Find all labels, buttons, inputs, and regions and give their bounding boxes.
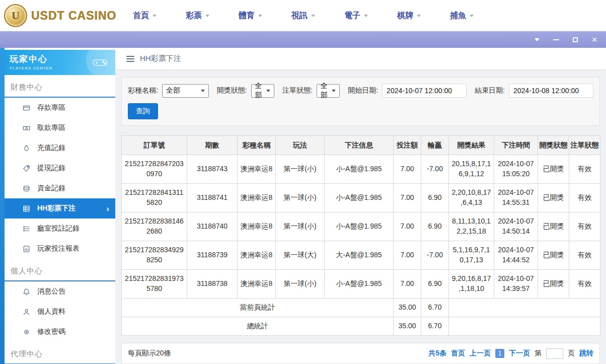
cell-order-status: 有效 (569, 155, 600, 184)
close-icon[interactable]: × (590, 35, 599, 44)
pagination-bar: 每頁顯示20條 共5条 首页 上一页 1 下一页 第 页 跳转 (121, 343, 600, 364)
app-body: 玩家中心 PLAYERS CENTER 財務中心 存款專區 取款專區 充值記錄 … (0, 48, 606, 364)
cell-bet-time: 2024-10-07 15:05:20 (494, 155, 538, 184)
jump-button[interactable]: 跳转 (579, 349, 593, 358)
sidebar-item-label: 玩家投注報表 (37, 244, 80, 253)
nav-item-fishing[interactable]: 捕魚 (450, 11, 474, 21)
maximize-icon[interactable] (571, 35, 580, 44)
table-row: 2152172828413115820 31188741 澳洲幸运8 第一球(小… (122, 184, 600, 212)
sidebar-item-hall-bet-records[interactable]: 廳室投註記錄 (5, 219, 115, 239)
nav-label: 視訊 (291, 11, 308, 21)
cell-draw-status: 已開獎 (538, 241, 569, 270)
brand-name: USDT CASINO (31, 9, 116, 23)
sidebar-item-label: 充值記錄 (37, 143, 65, 153)
sidebar-item-profile[interactable]: 個人資料 (5, 302, 115, 322)
cell-period: 31188740 (187, 212, 238, 241)
prev-page-link[interactable]: 上一页 (470, 349, 491, 358)
cell-bet-amount: 7.00 (394, 155, 421, 184)
content-area: 彩種名稱: 全部 開獎狀態: 全部 注單狀態: 全部 開始 (115, 69, 606, 364)
lottery-name-select[interactable]: 全部 (162, 84, 209, 98)
chevron-right-icon: › (106, 204, 109, 213)
start-date-input[interactable] (382, 84, 467, 98)
order-status-value: 全部 (321, 82, 328, 100)
nav-label: 體育 (239, 11, 255, 21)
cell-play-type: 第一球(小) (276, 270, 325, 299)
hamburger-icon[interactable] (126, 54, 134, 63)
sidebar-item-withdraw[interactable]: 取款專區 (5, 118, 115, 138)
cell-play-type: 第一球(小) (276, 212, 325, 241)
chevron-down-icon (332, 90, 336, 92)
sidebar-item-funds-records[interactable]: 資金記錄 (5, 178, 115, 198)
sidebar-item-label: 存款專區 (37, 103, 65, 112)
lottery-icon (23, 204, 31, 212)
cell-draw-result: 9,20,16,8,17,1,18,10 (449, 270, 494, 299)
draw-status-value: 全部 (255, 82, 262, 100)
gamepad-icon (91, 56, 109, 68)
cell-play-type: 第一球(小) (276, 184, 325, 212)
section-personal-title: 個人中心 (5, 259, 115, 281)
cell-order-no: 2152172828319735780 (122, 270, 187, 299)
jump-prefix-label: 第 (535, 349, 542, 358)
order-status-select[interactable]: 全部 (317, 84, 340, 98)
current-page[interactable]: 1 (495, 349, 504, 358)
brand-coin-icon: U (4, 4, 27, 27)
minimize-icon[interactable] (552, 35, 561, 44)
sidebar-item-recharge-records[interactable]: 充值記錄 (5, 138, 115, 158)
nav-item-live[interactable]: 視訊 (291, 11, 315, 21)
cell-order-no: 2152172828472030970 (122, 155, 187, 184)
page-total-label: 當前頁統計 (122, 299, 394, 317)
sidebar-item-deposit[interactable]: 存款專區 (5, 98, 115, 118)
page-total-amount: 35.00 (394, 299, 421, 317)
sidebar-item-player-bet-report[interactable]: 玩家投注報表 (5, 239, 115, 259)
nav-item-sports[interactable]: 體育 (239, 11, 262, 21)
table-row: 2152172828472030970 31188743 澳洲幸运8 第一球(小… (122, 155, 600, 184)
next-page-link[interactable]: 下一页 (509, 349, 530, 358)
cell-win-loss: 6.90 (421, 184, 449, 212)
sidebar-item-announcements[interactable]: 消息公告 (5, 281, 115, 302)
end-date-input[interactable] (509, 84, 593, 98)
collapse-chevron-icon[interactable] (533, 35, 542, 44)
nav-item-slots[interactable]: 電子 (344, 11, 368, 21)
jump-suffix-label: 页 (568, 349, 575, 358)
cell-order-no: 2152172828349298250 (122, 241, 187, 270)
cell-draw-result: 5,1,16,9,7,10,17,13 (449, 241, 494, 270)
sidebar-item-change-password[interactable]: 修改密碼 (5, 322, 115, 342)
nav-label: 首頁 (133, 11, 149, 21)
chevron-down-icon (201, 90, 205, 92)
cell-lottery-name: 澳洲幸运8 (238, 155, 276, 184)
chevron-down-icon (364, 15, 368, 17)
cell-lottery-name: 澳洲幸运8 (238, 184, 276, 212)
draw-status-select[interactable]: 全部 (251, 84, 274, 98)
nav-item-home[interactable]: 首頁 (133, 11, 157, 21)
search-button[interactable]: 查詢 (128, 103, 158, 119)
cell-bet-amount: 7.00 (394, 184, 421, 212)
hall-records-icon (23, 225, 31, 233)
first-page-link[interactable]: 首页 (451, 349, 465, 358)
sidebar-item-cashout-records[interactable]: 提現記錄 (5, 158, 115, 178)
sidebar-item-hh-lottery-bets[interactable]: HH彩票下注 › (5, 198, 115, 219)
nav-label: 彩票 (186, 11, 202, 21)
cell-bet-time: 2024-10-07 14:39:57 (494, 270, 538, 299)
bet-records-table: 訂單號 期數 彩種名稱 玩法 下注信息 投注額 輸贏 開獎結果 下注時間 開獎狀… (121, 135, 600, 336)
cell-order-status: 有效 (569, 184, 600, 212)
table-row: 2152172828349298250 31188739 澳洲幸运8 第一球(大… (122, 241, 600, 270)
end-date-label: 結束日期: (475, 86, 505, 95)
page-jump-input[interactable] (546, 348, 563, 359)
cell-win-loss: 6.90 (421, 270, 449, 299)
nav-item-cards[interactable]: 棋牌 (397, 11, 421, 21)
brand-logo[interactable]: U USDT CASINO (0, 4, 117, 27)
nav-item-lottery[interactable]: 彩票 (186, 11, 209, 21)
chevron-down-icon (311, 15, 315, 17)
total-count: 共5条 (428, 349, 446, 358)
player-center-header: 玩家中心 PLAYERS CENTER (5, 50, 115, 75)
section-finance-title: 財務中心 (5, 75, 115, 98)
lottery-name-label: 彩種名稱: (128, 86, 158, 95)
section-agent-title: 代理中心 (5, 342, 115, 364)
sidebar-item-label: 個人資料 (37, 307, 65, 316)
cell-bet-amount: 7.00 (394, 241, 421, 270)
table-row: 2152172828319735780 31188738 澳洲幸运8 第一球(小… (122, 270, 600, 299)
minus-icon (553, 39, 559, 40)
cell-order-status: 有效 (569, 270, 600, 299)
draw-status-label: 開獎狀態: (217, 86, 247, 95)
start-date-label: 開始日期: (348, 86, 378, 95)
